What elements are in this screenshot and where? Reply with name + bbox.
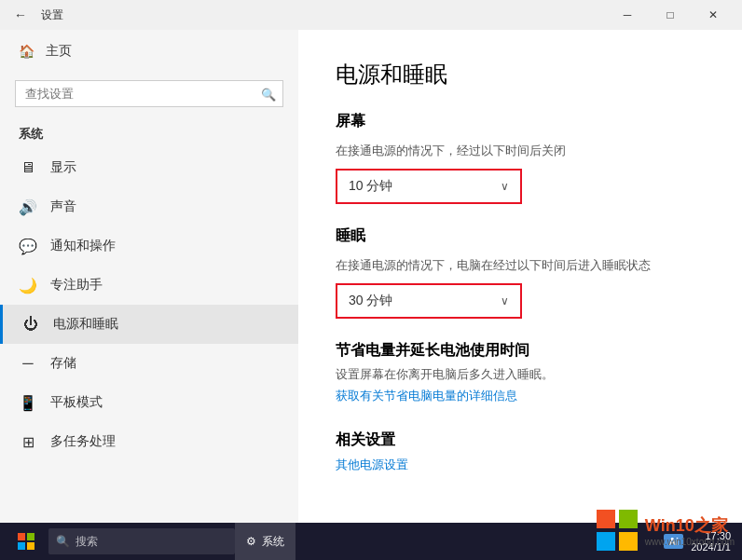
sidebar-item-storage[interactable]: ─ 存储 bbox=[0, 344, 298, 383]
windows-start-icon bbox=[17, 532, 35, 551]
back-button[interactable]: ← bbox=[7, 2, 34, 28]
windows-logo-icon bbox=[595, 508, 639, 523]
related-link[interactable]: 其他电源设置 bbox=[336, 458, 408, 471]
sidebar-item-focus[interactable]: 🌙 专注助手 bbox=[0, 266, 298, 305]
search-box[interactable]: 🔍 bbox=[15, 80, 283, 107]
sound-icon: 🔊 bbox=[19, 198, 37, 216]
taskbar: 🔍 搜索 ⚙ 系统 Ai 17:30 2024/1/1 bbox=[0, 523, 742, 560]
sidebar-home[interactable]: 🏠 主页 bbox=[0, 30, 298, 73]
maximize-button[interactable]: □ bbox=[649, 0, 692, 30]
sidebar-item-power[interactable]: ⏻ 电源和睡眠 bbox=[0, 305, 298, 344]
ai-badge[interactable]: Ai bbox=[664, 534, 683, 549]
sidebar-item-label: 专注助手 bbox=[50, 277, 103, 294]
sidebar-item-multitask[interactable]: ⊞ 多任务处理 bbox=[0, 422, 298, 461]
taskbar-search[interactable]: 🔍 搜索 bbox=[48, 528, 235, 554]
screen-section-title: 屏幕 bbox=[336, 112, 705, 131]
minimize-button[interactable]: ─ bbox=[606, 0, 649, 30]
related-title: 相关设置 bbox=[336, 430, 705, 450]
sidebar-item-label: 平板模式 bbox=[50, 394, 103, 411]
settings-icon: ⚙ bbox=[246, 535, 256, 548]
start-button[interactable] bbox=[4, 523, 48, 560]
focus-icon: 🌙 bbox=[19, 276, 37, 294]
taskbar-settings-app[interactable]: ⚙ 系统 bbox=[235, 523, 295, 560]
sleep-description: 在接通电源的情况下，电脑在经过以下时间后进入睡眠状态 bbox=[336, 257, 705, 274]
battery-desc: 设置屏幕在你离开电脑后多久进入睡眠。 bbox=[336, 366, 705, 383]
home-label: 主页 bbox=[46, 43, 72, 60]
multitask-icon: ⊞ bbox=[19, 432, 37, 451]
watermark-text: Win10之家 www.win10xtong.com bbox=[645, 514, 735, 524]
sidebar-item-label: 通知和操作 bbox=[50, 238, 116, 254]
search-icon: 🔍 bbox=[261, 87, 276, 101]
svg-rect-6 bbox=[18, 542, 25, 550]
sidebar-section-title: 系统 bbox=[0, 118, 298, 148]
main-container: 🏠 主页 🔍 系统 🖥 显示 🔊 声音 💬 通知和操作 🌙 专注助手 ⏻ 电源和… bbox=[0, 30, 742, 523]
sidebar-item-label: 声音 bbox=[50, 198, 76, 215]
svg-rect-0 bbox=[597, 510, 615, 523]
svg-rect-7 bbox=[27, 542, 34, 550]
watermark: Win10之家 www.win10xtong.com bbox=[595, 508, 735, 523]
screen-dropdown-value: 10 分钟 bbox=[349, 178, 392, 195]
sidebar-item-display[interactable]: 🖥 显示 bbox=[0, 148, 298, 187]
content-area: 电源和睡眠 屏幕 在接通电源的情况下，经过以下时间后关闭 10 分钟 ∨ 睡眠 … bbox=[298, 30, 742, 523]
taskbar-right: Ai 17:30 2024/1/1 bbox=[664, 530, 738, 553]
sleep-dropdown[interactable]: 30 分钟 ∨ bbox=[336, 283, 522, 319]
sidebar-item-sound[interactable]: 🔊 声音 bbox=[0, 187, 298, 226]
related-section: 相关设置 其他电源设置 bbox=[336, 430, 705, 473]
tablet-icon: 📱 bbox=[19, 393, 37, 412]
sidebar-item-tablet[interactable]: 📱 平板模式 bbox=[0, 383, 298, 422]
time-display: 17:30 bbox=[691, 530, 731, 541]
display-icon: 🖥 bbox=[19, 158, 37, 177]
chevron-down-icon: ∨ bbox=[501, 294, 509, 307]
sleep-dropdown-value: 30 分钟 bbox=[349, 293, 392, 309]
svg-rect-5 bbox=[27, 533, 34, 540]
sidebar: 🏠 主页 🔍 系统 🖥 显示 🔊 声音 💬 通知和操作 🌙 专注助手 ⏻ 电源和… bbox=[0, 30, 298, 523]
search-placeholder: 搜索 bbox=[76, 534, 98, 550]
battery-section: 节省电量并延长电池使用时间 设置屏幕在你离开电脑后多久进入睡眠。 获取有关节省电… bbox=[336, 341, 705, 404]
page-title: 电源和睡眠 bbox=[336, 60, 705, 89]
sleep-section-title: 睡眠 bbox=[336, 226, 705, 246]
screen-dropdown[interactable]: 10 分钟 ∨ bbox=[336, 169, 522, 204]
battery-link[interactable]: 获取有关节省电脑电量的详细信息 bbox=[336, 389, 517, 403]
watermark-brand: Win10之家 bbox=[645, 514, 728, 524]
sidebar-item-notifications[interactable]: 💬 通知和操作 bbox=[0, 226, 298, 266]
screen-description: 在接通电源的情况下，经过以下时间后关闭 bbox=[336, 143, 705, 159]
search-icon: 🔍 bbox=[56, 535, 70, 548]
sidebar-item-label: 显示 bbox=[50, 159, 76, 176]
sidebar-item-label: 多任务处理 bbox=[50, 433, 116, 450]
svg-rect-1 bbox=[619, 510, 638, 523]
search-input[interactable] bbox=[15, 80, 283, 107]
app-label: 系统 bbox=[262, 534, 284, 550]
date-display: 2024/1/1 bbox=[691, 541, 731, 553]
window-title: 设置 bbox=[41, 7, 63, 23]
close-button[interactable]: ✕ bbox=[692, 0, 735, 30]
notifications-icon: 💬 bbox=[19, 237, 37, 255]
taskbar-clock: 17:30 2024/1/1 bbox=[691, 530, 731, 553]
battery-title: 节省电量并延长电池使用时间 bbox=[336, 341, 705, 361]
home-icon: 🏠 bbox=[19, 44, 34, 59]
power-icon: ⏻ bbox=[21, 315, 40, 334]
titlebar: ← 设置 ─ □ ✕ bbox=[0, 0, 742, 30]
sidebar-item-label: 电源和睡眠 bbox=[53, 316, 118, 333]
window-controls: ─ □ ✕ bbox=[606, 0, 735, 30]
storage-icon: ─ bbox=[19, 354, 37, 373]
svg-rect-4 bbox=[18, 533, 25, 540]
sidebar-item-label: 存储 bbox=[50, 355, 76, 372]
chevron-down-icon: ∨ bbox=[501, 180, 509, 193]
